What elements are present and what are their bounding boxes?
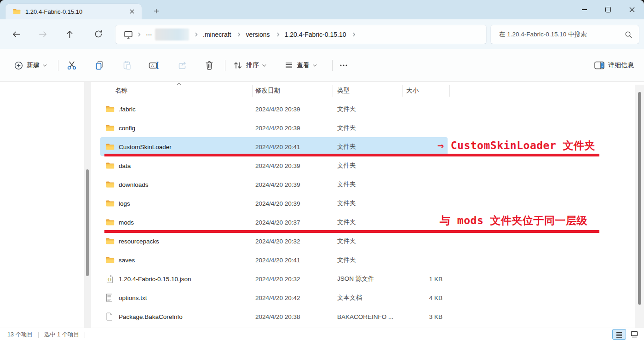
folder-icon: [106, 124, 115, 131]
chevron-down-icon: [262, 63, 266, 66]
column-separator[interactable]: [333, 85, 333, 97]
paste-button[interactable]: [121, 57, 132, 74]
address-bar[interactable]: ⋯ .minecraft versions 1.20.4-Fabric-0.15…: [115, 25, 487, 44]
column-separator[interactable]: [449, 85, 450, 97]
navigation-pane-scrollbar[interactable]: [84, 82, 91, 328]
close-button[interactable]: [620, 0, 644, 19]
file-list: 名称 修改日期 类型 大小 .fabric2024/4/20 20:39文件夹c…: [91, 82, 635, 328]
breadcrumb-chevron-icon: [351, 33, 355, 36]
view-button[interactable]: 查看: [284, 57, 316, 74]
view-button-label: 查看: [297, 61, 310, 69]
file-name: saves: [119, 256, 135, 263]
cut-button[interactable]: [66, 57, 77, 74]
table-row[interactable]: CustomSkinLoader2024/4/20 20:41文件夹: [100, 137, 448, 156]
command-toolbar: 新建 A 排序: [0, 49, 644, 82]
table-row[interactable]: mods2024/4/20 20:37文件夹: [100, 213, 448, 231]
file-name: options.txt: [119, 294, 147, 301]
sort-button[interactable]: 排序: [233, 57, 265, 74]
folder-icon: [106, 219, 115, 225]
file-rows: .fabric2024/4/20 20:39文件夹config2024/4/20…: [91, 99, 635, 326]
column-header-name[interactable]: 名称: [115, 87, 127, 95]
file-date: 2024/4/20 20:41: [255, 143, 300, 150]
copy-button[interactable]: [94, 57, 105, 74]
rename-button[interactable]: A: [148, 57, 160, 74]
file-type: 文本文档: [337, 294, 362, 302]
file-type: 文件夹: [337, 105, 356, 113]
breadcrumb-chevron-icon: [236, 33, 240, 36]
file-name: config: [119, 124, 135, 131]
up-button[interactable]: [61, 25, 78, 43]
details-view-toggle[interactable]: [612, 329, 626, 340]
scrollbar-thumb[interactable]: [638, 92, 641, 305]
table-row[interactable]: Package.BakaCoreInfo2024/4/20 20:38BAKAC…: [100, 307, 448, 326]
search-placeholder-text: 在 1.20.4-Fabric-0.15.10 中搜索: [499, 30, 625, 39]
forward-button[interactable]: [34, 25, 52, 43]
folder-icon: [106, 237, 115, 244]
table-row[interactable]: data2024/4/20 20:39文件夹: [100, 156, 448, 175]
file-type: 文件夹: [337, 199, 356, 208]
back-button[interactable]: [7, 25, 25, 43]
breadcrumb-item-version-folder[interactable]: 1.20.4-Fabric-0.15.10: [283, 31, 348, 38]
table-row[interactable]: saves2024/4/20 20:41文件夹: [100, 250, 448, 269]
column-header-type[interactable]: 类型: [337, 87, 350, 95]
refresh-button[interactable]: [90, 25, 107, 43]
svg-text:A: A: [151, 63, 154, 68]
table-row[interactable]: resourcepacks2024/4/20 20:32文件夹: [100, 231, 448, 250]
new-button[interactable]: 新建: [14, 57, 46, 74]
file-name: Package.BakaCoreInfo: [119, 313, 183, 320]
details-pane-icon: [594, 61, 604, 69]
status-bar: 13 个项目 选中 1 个项目: [0, 328, 644, 341]
this-pc-icon[interactable]: [124, 30, 133, 39]
details-pane-button[interactable]: 详细信息: [594, 57, 634, 74]
file-date: 2024/4/20 20:39: [255, 181, 300, 188]
sort-ascending-icon: [177, 83, 181, 87]
search-box[interactable]: 在 1.20.4-Fabric-0.15.10 中搜索: [490, 25, 639, 44]
column-separator[interactable]: [252, 85, 253, 97]
new-tab-button[interactable]: [150, 5, 163, 17]
share-button[interactable]: [177, 57, 188, 74]
file-date: 2024/4/20 20:38: [255, 313, 300, 320]
file-size: 3 KB: [383, 313, 443, 320]
delete-button[interactable]: [204, 57, 214, 74]
folder-icon: [106, 105, 115, 112]
folder-icon: [106, 162, 115, 169]
column-header-date[interactable]: 修改日期: [255, 87, 280, 95]
large-icons-view-toggle[interactable]: [627, 329, 641, 340]
folder-icon: [106, 256, 115, 263]
breadcrumb-redacted-segment[interactable]: [155, 29, 189, 40]
breadcrumb-item-versions[interactable]: versions: [244, 31, 271, 38]
scrollbar-thumb[interactable]: [86, 169, 89, 276]
file-name: data: [119, 162, 131, 169]
table-row[interactable]: .fabric2024/4/20 20:39文件夹: [100, 99, 448, 118]
breadcrumb-ellipsis[interactable]: ⋯: [144, 31, 154, 38]
tab-close-icon[interactable]: [126, 6, 138, 17]
file-type: 文件夹: [337, 143, 356, 151]
explorer-window: 1.20.4-Fabric-0.15.10: [0, 0, 644, 341]
more-options-button[interactable]: [339, 57, 349, 74]
table-row[interactable]: {}1.20.4-Fabric-0.15.10.json2024/4/20 20…: [100, 269, 448, 288]
file-size: 4 KB: [383, 294, 443, 301]
minimize-button[interactable]: [572, 0, 596, 19]
file-name: logs: [119, 200, 130, 207]
table-row[interactable]: options.txt2024/4/20 20:42文本文档4 KB: [100, 288, 448, 307]
column-header-size[interactable]: 大小: [406, 87, 419, 95]
item-count: 13 个项目: [7, 331, 33, 339]
titlebar: 1.20.4-Fabric-0.15.10: [0, 0, 644, 19]
explorer-tab[interactable]: 1.20.4-Fabric-0.15.10: [6, 4, 142, 19]
list-lines-icon: [284, 61, 293, 70]
maximize-button[interactable]: [596, 0, 620, 19]
column-separator[interactable]: [402, 85, 403, 97]
file-list-scrollbar[interactable]: [635, 85, 644, 328]
breadcrumb-chevron-icon: [194, 33, 197, 36]
file-date: 2024/4/20 20:42: [255, 294, 300, 301]
table-row[interactable]: downloads2024/4/20 20:39文件夹: [100, 175, 448, 194]
file-date: 2024/4/20 20:39: [255, 200, 300, 207]
table-row[interactable]: logs2024/4/20 20:39文件夹: [100, 194, 448, 213]
breadcrumb-item-minecraft[interactable]: .minecraft: [201, 31, 233, 38]
file-name: mods: [119, 219, 134, 225]
table-row[interactable]: config2024/4/20 20:39文件夹: [100, 118, 448, 137]
navigation-bar: ⋯ .minecraft versions 1.20.4-Fabric-0.15…: [0, 19, 644, 49]
file-name: 1.20.4-Fabric-0.15.10.json: [119, 275, 191, 282]
plus-circle-icon: [14, 61, 23, 70]
search-icon[interactable]: [625, 31, 632, 39]
